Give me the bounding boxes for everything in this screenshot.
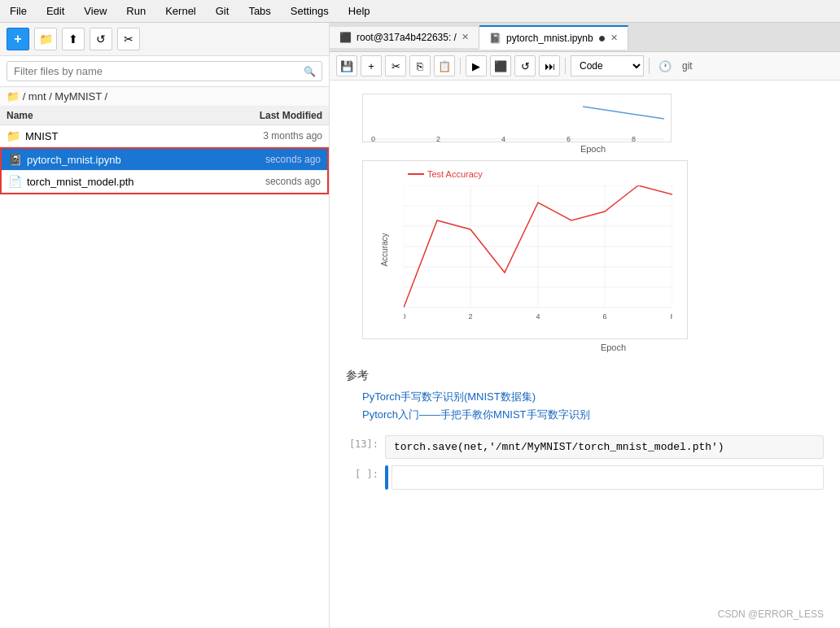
git-label: git bbox=[679, 60, 696, 72]
svg-text:4: 4 bbox=[501, 135, 505, 142]
tab-terminal[interactable]: ⬛ root@317a4b422635: / ✕ bbox=[330, 27, 479, 48]
menubar: File Edit View Run Kernel Git Tabs Setti… bbox=[0, 0, 840, 23]
fast-forward-button[interactable]: ⏭ bbox=[539, 55, 560, 76]
file-name: torch_mnist_model.pth bbox=[27, 176, 134, 188]
tab-label: root@317a4b422635: / bbox=[357, 32, 457, 43]
run-button[interactable]: ▶ bbox=[466, 55, 487, 76]
menu-kernel[interactable]: Kernel bbox=[162, 3, 199, 19]
menu-git[interactable]: Git bbox=[212, 3, 233, 19]
copy-button[interactable]: ⎘ bbox=[409, 55, 431, 76]
chart2-svg: 0.984 0.982 0.980 0.978 0.976 0.974 0.97… bbox=[404, 185, 672, 328]
add-cell-button[interactable]: + bbox=[361, 55, 382, 76]
file-time: seconds ago bbox=[265, 154, 321, 165]
chart2-area: Test Accuracy Accuracy bbox=[362, 160, 824, 352]
close-icon[interactable]: ✕ bbox=[462, 32, 469, 42]
svg-text:2: 2 bbox=[468, 312, 472, 321]
code-cell-13: [13]: torch.save(net,'/mnt/MyMNIST/torch… bbox=[346, 435, 824, 459]
menu-tabs[interactable]: Tabs bbox=[245, 3, 273, 19]
upload-button[interactable]: ⬆ bbox=[62, 28, 85, 50]
folder-icon: 📁 bbox=[7, 129, 20, 142]
notebook-icon: 📓 bbox=[8, 153, 22, 166]
terminal-icon: ⬛ bbox=[339, 32, 352, 43]
cell-type-select[interactable]: Code Markdown Raw bbox=[571, 55, 644, 76]
chart1-x-label: Epoch bbox=[362, 144, 824, 154]
menu-view[interactable]: View bbox=[81, 3, 110, 19]
file-list-header: Name Last Modified bbox=[0, 107, 329, 125]
chart2-y-label: Accuracy bbox=[380, 233, 389, 266]
close-icon[interactable]: ✕ bbox=[610, 33, 618, 43]
folder-icon: 📁 bbox=[7, 90, 20, 102]
references-title: 参考 bbox=[346, 369, 824, 383]
stop-button[interactable]: ⬛ bbox=[490, 55, 511, 76]
svg-text:6: 6 bbox=[602, 312, 606, 321]
toolbar-divider bbox=[460, 58, 461, 74]
references-section: 参考 PyTorch手写数字识别(MNIST数据集) Pytorch入门——手把… bbox=[346, 369, 824, 422]
chart2-title: Test Accuracy bbox=[427, 169, 483, 179]
list-item[interactable]: 📁 MNIST 3 months ago bbox=[0, 125, 329, 147]
code-cell-empty: [ ]: bbox=[346, 465, 824, 490]
menu-file[interactable]: File bbox=[7, 3, 30, 19]
cell-run-indicator bbox=[385, 465, 388, 490]
svg-text:8: 8 bbox=[632, 135, 636, 142]
refresh-button[interactable]: ↺ bbox=[90, 28, 112, 50]
breadcrumb: 📁 / mnt / MyMNIST / bbox=[0, 87, 329, 107]
list-item[interactable]: 📓 pytorch_mnist.ipynb seconds ago bbox=[2, 149, 327, 171]
tab-label: pytorch_mnist.ipynb bbox=[506, 33, 593, 44]
watermark: CSDN @ERROR_LESS bbox=[718, 608, 824, 620]
chart1-svg: 0 2 4 6 8 bbox=[371, 94, 664, 142]
svg-text:2: 2 bbox=[436, 135, 440, 142]
git-button[interactable]: ✂ bbox=[117, 28, 140, 50]
restart-button[interactable]: ↺ bbox=[514, 55, 536, 76]
highlight-group: 📓 pytorch_mnist.ipynb seconds ago 📄 torc… bbox=[0, 147, 329, 194]
svg-text:8: 8 bbox=[670, 312, 672, 321]
menu-run[interactable]: Run bbox=[123, 3, 149, 19]
search-input[interactable] bbox=[7, 61, 322, 81]
notebook-tab-icon: 📓 bbox=[489, 33, 501, 44]
svg-text:0: 0 bbox=[404, 312, 406, 321]
left-panel: + 📁 ⬆ ↺ ✂ 🔍 📁 / mnt / MyMNIST / Name Las… bbox=[0, 23, 330, 628]
svg-text:4: 4 bbox=[536, 312, 540, 321]
notebook-toolbar: 💾 + ✂ ⎘ 📋 ▶ ⬛ ↺ ⏭ Code Markdown Raw 🕐 gi… bbox=[330, 52, 840, 81]
cell-code: torch.save(net,'/mnt/MyMNIST/torch_mnist… bbox=[394, 441, 724, 453]
notebook-content[interactable]: 1472 0 2 4 6 8 Epoch bbox=[330, 81, 840, 628]
file-toolbar: + 📁 ⬆ ↺ ✂ bbox=[0, 23, 329, 56]
header-name: Name bbox=[7, 110, 33, 121]
search-container: 🔍 bbox=[0, 56, 329, 87]
new-file-button[interactable]: + bbox=[7, 28, 29, 50]
file-name: pytorch_mnist.ipynb bbox=[27, 154, 121, 166]
unsaved-dot: ● bbox=[598, 32, 606, 45]
toolbar-divider2 bbox=[565, 58, 566, 74]
search-icon: 🔍 bbox=[304, 66, 316, 77]
menu-settings[interactable]: Settings bbox=[287, 3, 332, 19]
time-icon: 🕐 bbox=[654, 55, 676, 76]
menu-help[interactable]: Help bbox=[345, 3, 374, 19]
reference-link-1[interactable]: PyTorch手写数字识别(MNIST数据集) bbox=[346, 390, 824, 404]
toolbar-divider3 bbox=[649, 58, 650, 74]
file-list: 📁 MNIST 3 months ago 📓 pytorch_mnist.ipy… bbox=[0, 125, 329, 628]
file-time: seconds ago bbox=[265, 176, 321, 187]
new-folder-button[interactable]: 📁 bbox=[34, 28, 57, 50]
save-button[interactable]: 💾 bbox=[336, 55, 357, 76]
cell-content[interactable]: torch.save(net,'/mnt/MyMNIST/torch_mnist… bbox=[385, 435, 824, 459]
chart1-area: 1472 0 2 4 6 8 Epoch bbox=[346, 94, 824, 154]
tab-bar: ⬛ root@317a4b422635: / ✕ 📓 pytorch_mnist… bbox=[330, 23, 840, 52]
cut-button[interactable]: ✂ bbox=[385, 55, 406, 76]
reference-link-2[interactable]: Pytorch入门——手把手教你MNIST手写数字识别 bbox=[346, 408, 824, 422]
chart2-x-label: Epoch bbox=[403, 342, 824, 352]
cell-number: [13]: bbox=[346, 435, 378, 450]
menu-edit[interactable]: Edit bbox=[43, 3, 68, 19]
svg-text:0: 0 bbox=[371, 135, 375, 142]
cell-content[interactable] bbox=[392, 465, 824, 490]
file-name: MNIST bbox=[25, 130, 58, 142]
file-icon: 📄 bbox=[8, 175, 22, 188]
list-item[interactable]: 📄 torch_mnist_model.pth seconds ago bbox=[2, 171, 327, 193]
tab-notebook[interactable]: 📓 pytorch_mnist.ipynb ● ✕ bbox=[479, 25, 628, 50]
right-panel: ⬛ root@317a4b422635: / ✕ 📓 pytorch_mnist… bbox=[330, 23, 840, 628]
header-modified: Last Modified bbox=[260, 110, 322, 121]
chart2-legend: Test Accuracy bbox=[408, 169, 483, 179]
paste-button[interactable]: 📋 bbox=[434, 55, 455, 76]
svg-text:6: 6 bbox=[567, 135, 571, 142]
cell-number: [ ]: bbox=[346, 465, 378, 480]
file-time: 3 months ago bbox=[263, 130, 322, 142]
